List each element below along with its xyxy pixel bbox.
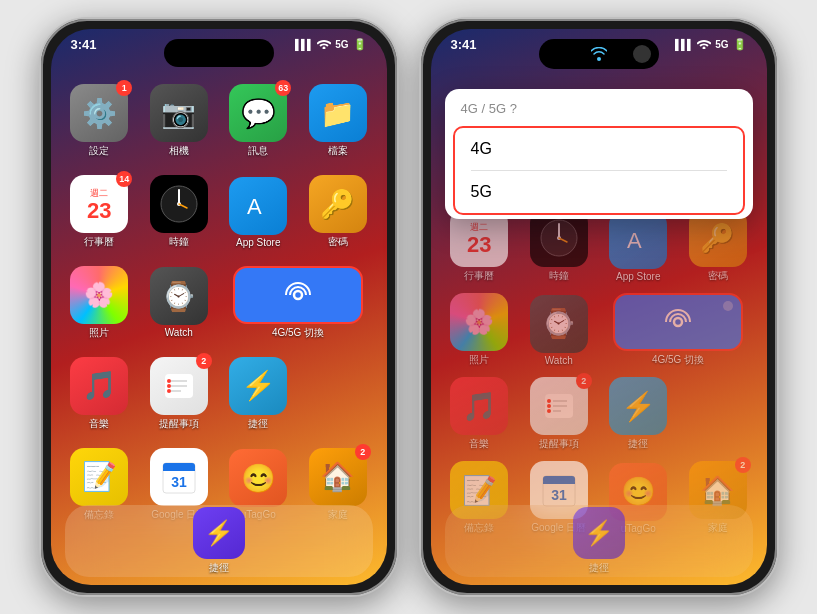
app-calendar-r: 週二 23 行事曆 bbox=[445, 209, 515, 283]
files-label: 檔案 bbox=[328, 144, 348, 158]
dock-shortcuts[interactable]: ⚡ 捷徑 bbox=[193, 507, 245, 575]
watch-label-r: Watch bbox=[545, 355, 573, 366]
popup-options-box: 4G 5G bbox=[453, 126, 745, 215]
battery-label-right: 5G bbox=[715, 39, 728, 50]
appstore-icon-r: A bbox=[609, 211, 667, 269]
app-calendar[interactable]: 週二 23 14 行事曆 bbox=[65, 172, 135, 253]
watch-icon-r: ⌚ bbox=[530, 295, 588, 353]
phone-screen-right: 3:41 ▌▌▌ 5G 🔋 4G / 5G ? 4G bbox=[431, 29, 767, 585]
passwords-icon: 🔑 bbox=[309, 175, 367, 233]
clock-icon bbox=[150, 175, 208, 233]
app-filler bbox=[303, 353, 373, 434]
app-settings[interactable]: ⚙️ 1 設定 bbox=[65, 81, 135, 162]
left-phone: 3:41 ▌▌▌ 5G 🔋 ⚙️ 1 bbox=[39, 17, 399, 597]
app-music[interactable]: 🎵 音樂 bbox=[65, 353, 135, 434]
4g5g-label: 4G/5G 切換 bbox=[272, 326, 324, 340]
dock-shortcuts-label: 捷徑 bbox=[209, 561, 229, 575]
svg-point-10 bbox=[167, 379, 171, 383]
app-photos-r: 🌸 照片 bbox=[445, 293, 515, 367]
gcalendar-icon: 31 bbox=[150, 448, 208, 506]
settings-label: 設定 bbox=[89, 144, 109, 158]
calendar-label: 行事曆 bbox=[84, 235, 114, 249]
svg-text:31: 31 bbox=[171, 474, 187, 490]
app-grid-left: ⚙️ 1 設定 📷 相機 💬 63 訊息 bbox=[65, 81, 373, 525]
status-time-left: 3:41 bbox=[71, 37, 97, 52]
app-clock[interactable]: 時鐘 bbox=[144, 172, 214, 253]
messages-badge: 63 bbox=[275, 80, 291, 96]
dock-shortcuts-right: ⚡ 捷徑 bbox=[573, 507, 625, 575]
svg-rect-15 bbox=[163, 469, 195, 471]
svg-point-5 bbox=[294, 291, 302, 299]
shortcuts-row4-label: 捷徑 bbox=[248, 417, 268, 431]
di-camera-circle bbox=[633, 45, 651, 63]
clock-label-r: 時鐘 bbox=[549, 269, 569, 283]
shortcuts-icon-r: ⚡ bbox=[609, 377, 667, 435]
svg-point-26 bbox=[547, 409, 551, 413]
right-phone: 3:41 ▌▌▌ 5G 🔋 4G / 5G ? 4G bbox=[419, 17, 779, 597]
shortcuts-row4-icon: ⚡ bbox=[229, 357, 287, 415]
4g5g-label-r: 4G/5G 切換 bbox=[652, 353, 704, 367]
photos-label-r: 照片 bbox=[469, 353, 489, 367]
battery-icon-left: 🔋 bbox=[353, 38, 367, 51]
app-shortcuts-r: ⚡ 捷徑 bbox=[604, 377, 674, 451]
passwords-label-r: 密碼 bbox=[708, 269, 728, 283]
app-watch[interactable]: ⌚ Watch bbox=[144, 263, 214, 344]
photos-icon: 🌸 bbox=[70, 266, 128, 324]
app-passwords[interactable]: 🔑 密碼 bbox=[303, 172, 373, 253]
popup-overlay: 4G / 5G ? 4G 5G bbox=[431, 81, 767, 219]
popup-4g-option[interactable]: 4G bbox=[455, 128, 743, 170]
camera-label: 相機 bbox=[169, 144, 189, 158]
4g5g-icon-r bbox=[613, 293, 743, 351]
svg-rect-32 bbox=[543, 482, 575, 484]
signal-icon-right: ▌▌▌ bbox=[675, 39, 693, 50]
app-appstore[interactable]: A App Store bbox=[224, 172, 294, 253]
dock-shortcuts-icon-right: ⚡ bbox=[573, 507, 625, 559]
popup-title: 4G / 5G ? bbox=[445, 89, 753, 122]
svg-text:31: 31 bbox=[551, 487, 567, 503]
reminders-icon: 2 bbox=[150, 357, 208, 415]
reminders-label-r: 提醒事項 bbox=[539, 437, 579, 451]
filler-icon bbox=[309, 365, 367, 423]
app-photos[interactable]: 🌸 照片 bbox=[65, 263, 135, 344]
svg-point-25 bbox=[547, 404, 551, 408]
popup-5g-option[interactable]: 5G bbox=[455, 171, 743, 213]
battery-icon-right: 🔋 bbox=[733, 38, 747, 51]
files-icon: 📁 bbox=[309, 84, 367, 142]
utaggo-icon: 😊 bbox=[229, 449, 287, 507]
watch-icon: ⌚ bbox=[150, 267, 208, 325]
app-4g5g-highlighted[interactable]: 4G/5G 切換 bbox=[224, 263, 373, 344]
status-icons-right: ▌▌▌ 5G 🔋 bbox=[675, 37, 747, 51]
phone-frame-right: 3:41 ▌▌▌ 5G 🔋 4G / 5G ? 4G bbox=[419, 17, 779, 597]
phone-frame-left: 3:41 ▌▌▌ 5G 🔋 ⚙️ 1 bbox=[39, 17, 399, 597]
filler-r bbox=[683, 377, 753, 451]
app-files[interactable]: 📁 檔案 bbox=[303, 81, 373, 162]
svg-text:A: A bbox=[627, 228, 642, 253]
app-shortcuts-row4[interactable]: ⚡ 捷徑 bbox=[224, 353, 294, 434]
appstore-label-r: App Store bbox=[616, 271, 660, 282]
svg-point-11 bbox=[167, 384, 171, 388]
calendar-label-r: 行事曆 bbox=[464, 269, 494, 283]
settings-badge: 1 bbox=[116, 80, 132, 96]
music-label: 音樂 bbox=[89, 417, 109, 431]
app-reminders[interactable]: 2 提醒事項 bbox=[144, 353, 214, 434]
messages-label: 訊息 bbox=[248, 144, 268, 158]
app-music-r: 🎵 音樂 bbox=[445, 377, 515, 451]
app-reminders-r: 2 提醒事項 bbox=[524, 377, 594, 451]
dynamic-island-right bbox=[539, 39, 659, 69]
popup-card: 4G / 5G ? 4G 5G bbox=[445, 89, 753, 219]
app-messages[interactable]: 💬 63 訊息 bbox=[224, 81, 294, 162]
settings-icon: ⚙️ 1 bbox=[70, 84, 128, 142]
phone-screen-left: 3:41 ▌▌▌ 5G 🔋 ⚙️ 1 bbox=[51, 29, 387, 585]
status-time-right: 3:41 bbox=[451, 37, 477, 52]
photos-label: 照片 bbox=[89, 326, 109, 340]
dynamic-island-left bbox=[164, 39, 274, 67]
svg-point-24 bbox=[547, 399, 551, 403]
reminders-badge: 2 bbox=[196, 353, 212, 369]
messages-icon: 💬 63 bbox=[229, 84, 287, 142]
calendar-day: 23 bbox=[87, 200, 111, 222]
wifi-icon-right bbox=[697, 37, 711, 51]
music-icon-r: 🎵 bbox=[450, 377, 508, 435]
svg-text:A: A bbox=[247, 194, 262, 219]
app-camera[interactable]: 📷 相機 bbox=[144, 81, 214, 162]
app-passwords-r: 🔑 密碼 bbox=[683, 209, 753, 283]
